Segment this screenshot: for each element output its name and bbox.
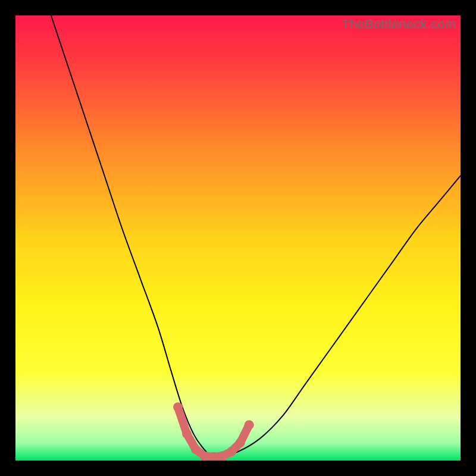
valley-highlight-dot (227, 447, 236, 456)
watermark-text: TheBottleneck.com (342, 17, 456, 32)
valley-highlight-dot (182, 429, 192, 439)
chart-frame: TheBottleneck.com (0, 0, 476, 476)
valley-highlight-dot (191, 444, 201, 454)
valley-highlight (173, 402, 254, 461)
plot-area (15, 15, 461, 461)
valley-highlight-dot (200, 452, 209, 461)
valley-highlight-dot (236, 438, 245, 447)
bottleneck-curve-svg (15, 15, 461, 461)
valley-highlight-dot (245, 420, 254, 430)
valley-highlight-dot (218, 452, 227, 461)
bottleneck-curve (51, 15, 461, 457)
valley-highlight-dot (173, 402, 183, 412)
